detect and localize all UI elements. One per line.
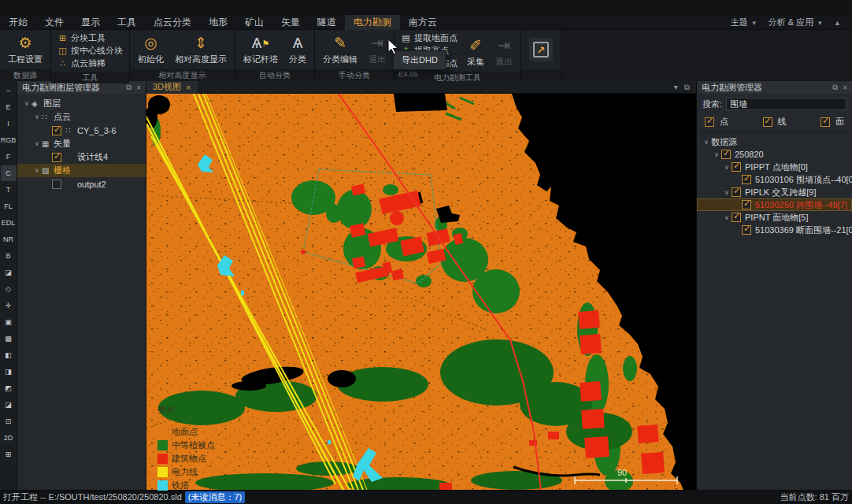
tree-row[interactable]: ▨ 栅格 [17, 164, 146, 177]
feature-checkbox[interactable] [742, 225, 751, 235]
tree-row[interactable]: ∷ 点云 [17, 110, 146, 124]
filter-item[interactable]: 线 [763, 116, 787, 128]
filter-checkbox[interactable] [763, 117, 772, 127]
gpstime-icon[interactable]: T [1, 182, 17, 198]
expander-icon[interactable] [22, 100, 31, 107]
expander-icon[interactable] [32, 113, 42, 120]
collapse-ribbon-icon[interactable]: ▲ [834, 19, 841, 27]
layer-checkbox[interactable] [52, 180, 61, 189]
cube-front-icon[interactable]: ◧ [1, 347, 17, 363]
tree-row[interactable]: output2 [17, 177, 146, 191]
initialize-button[interactable]: ◎ 初始化 [133, 32, 169, 68]
float-panel-icon[interactable]: ⧉ [126, 83, 132, 92]
menu-item[interactable]: 隧道 [309, 15, 345, 30]
collect-button[interactable]: ✐ 采集 [462, 32, 489, 70]
menu-item[interactable]: 地形 [200, 15, 236, 30]
add-view-icon[interactable]: ⊞ [1, 447, 17, 462]
normal-icon[interactable]: NR [1, 232, 17, 247]
block-tool-button[interactable]: ⊞分块工具 [57, 32, 123, 44]
layer-checkbox[interactable] [52, 126, 61, 135]
tab-list-icon[interactable]: ▾ [674, 83, 678, 92]
float-view-icon[interactable]: ⧉ [684, 83, 690, 92]
exit-manual-button[interactable]: ⇥ 退出 [364, 32, 391, 68]
tree-row[interactable]: ▦ 矢量 [17, 137, 146, 150]
float-panel-icon[interactable]: ⧉ [832, 83, 838, 92]
edl-icon[interactable]: EDL [1, 215, 17, 231]
tree-row[interactable]: ∷ CY_5_3-6 [17, 124, 146, 137]
menu-item[interactable]: 南方云 [400, 15, 446, 30]
tree-row[interactable]: ◈ 图层 [17, 97, 146, 110]
expander-icon[interactable] [722, 164, 732, 171]
filter-checkbox[interactable] [705, 117, 714, 127]
feature-checkbox[interactable] [732, 162, 741, 172]
tree-row[interactable]: PIPLK 交叉跨越[9] [697, 186, 852, 198]
cube-iso-icon[interactable]: ◪ [1, 397, 17, 413]
rgb-icon[interactable]: RGB [1, 132, 17, 148]
point-cloud-scene[interactable]: 90 类别 地面点 中等植被 [146, 94, 696, 490]
cube-top-icon[interactable]: ◩ [1, 380, 17, 396]
intensity-icon[interactable]: I [1, 116, 17, 132]
cube-back-icon[interactable]: ◨ [1, 364, 17, 380]
analysis-dropdown[interactable]: 分析 & 应用▼ [769, 17, 823, 28]
menu-item[interactable]: 文件 [36, 15, 72, 30]
expander-icon[interactable] [32, 140, 42, 147]
classify-button[interactable]: Ѧ 分类 [284, 32, 311, 68]
extract-ground-button[interactable]: ▤提取地面点 [401, 32, 457, 44]
feature-checkbox[interactable] [742, 175, 751, 184]
feature-checkbox[interactable] [732, 187, 741, 197]
menu-item[interactable]: 矢量 [272, 15, 309, 30]
filter-item[interactable]: 点 [705, 116, 728, 128]
tree-row[interactable]: 数据源 [697, 135, 852, 148]
close-panel-icon[interactable]: × [136, 83, 141, 92]
expander-icon[interactable] [32, 167, 42, 174]
blend-icon[interactable]: B [1, 248, 17, 264]
tree-row[interactable]: 51030369 断面围墙--21[0] [697, 224, 852, 236]
expander-icon[interactable] [702, 139, 711, 146]
expander-icon[interactable] [722, 214, 732, 221]
relative-height-button[interactable]: ⇕ 相对高度显示 [170, 32, 232, 68]
feature-checkbox[interactable] [732, 213, 741, 222]
feature-checkbox[interactable] [721, 150, 731, 159]
menu-item[interactable]: 点云分类 [145, 15, 200, 30]
menu-item[interactable]: 开始 [0, 15, 36, 30]
tree-row[interactable]: 51030106 围墙顶点--40[0] [697, 173, 852, 186]
close-panel-icon[interactable]: × [843, 83, 847, 92]
pan-icon[interactable]: ✛ [1, 298, 17, 313]
expander-icon[interactable] [722, 189, 732, 196]
classification-icon[interactable]: C [1, 165, 17, 181]
flightline-icon[interactable]: F [1, 149, 17, 165]
tree-row[interactable]: PIPNT 面地物[5] [697, 211, 852, 224]
unread-messages-badge[interactable]: (未读消息：7) [185, 491, 245, 503]
menu-item[interactable]: 矿山 [236, 15, 272, 30]
exit-tools-button[interactable]: ⇥ 退出 [491, 32, 517, 70]
feature-checkbox[interactable] [742, 200, 751, 209]
theme-dropdown[interactable]: 主题▼ [731, 17, 758, 28]
classify-edit-button[interactable]: ✎ 分类编辑 [318, 32, 362, 68]
thin-pointcloud-button[interactable]: ∴点云抽稀 [57, 57, 123, 69]
close-tab-icon[interactable]: × [186, 83, 191, 92]
tree-row[interactable]: 51030250 跨围墙--48[7] [697, 198, 852, 211]
filter-item[interactable]: 面 [821, 116, 844, 128]
project-settings-button[interactable]: ⚙ 工程设置 [3, 32, 47, 68]
expander-icon[interactable] [712, 151, 721, 158]
menu-item[interactable]: 电力勘测 [345, 15, 400, 30]
search-input[interactable]: 围墙 [726, 98, 846, 110]
dock-icon[interactable]: – [1, 83, 17, 98]
menu-item[interactable]: 显示 [72, 15, 109, 30]
tree-row[interactable]: PIPPT 点地物[0] [697, 161, 852, 173]
mark-tower-button[interactable]: Ѧ⚑ 标记杆塔 [239, 32, 283, 68]
viewport-3d[interactable]: 3D视图 × ▾ ⧉ [146, 81, 696, 490]
firstlast-icon[interactable]: FL [1, 198, 17, 214]
centerline-block-button[interactable]: ◫按中心线分块 [57, 45, 123, 57]
cube-dense-icon[interactable]: ▩ [1, 331, 17, 346]
focus-icon[interactable]: ⊡ [1, 413, 17, 429]
tab-3d-view[interactable]: 3D视图 × [146, 81, 198, 94]
tree-row[interactable]: 250820 [697, 148, 852, 161]
menu-item[interactable]: 工具 [109, 15, 145, 30]
filter-checkbox[interactable] [821, 117, 830, 127]
select-bucket-icon[interactable]: ◪ [1, 265, 17, 280]
2d-icon[interactable]: 2D [1, 430, 17, 446]
export-dhd-button[interactable]: ↗ [529, 38, 553, 61]
tree-row[interactable]: 设计线4 [17, 150, 146, 164]
cube-solid-icon[interactable]: ▣ [1, 314, 17, 330]
